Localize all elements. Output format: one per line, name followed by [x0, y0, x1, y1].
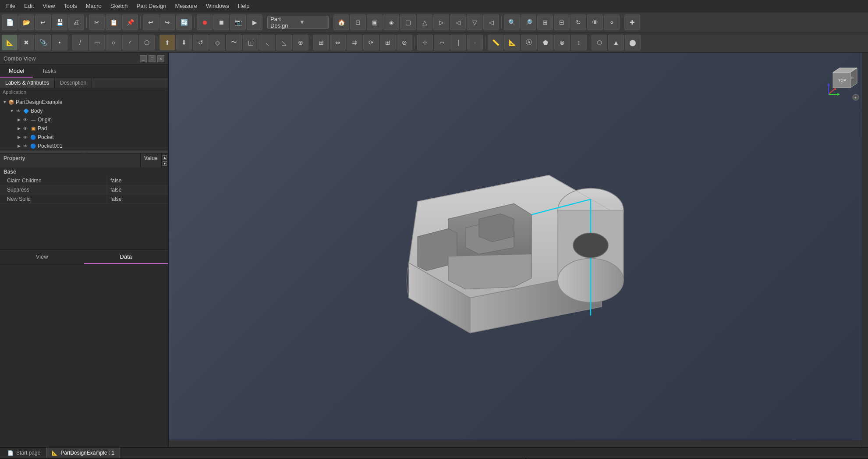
- tab-view[interactable]: View: [0, 250, 84, 264]
- snap-button[interactable]: ✚: [624, 14, 640, 30]
- menu-part-design[interactable]: Part Design: [132, 1, 171, 11]
- undo-button[interactable]: ↩: [143, 14, 159, 30]
- sketch-attach-button[interactable]: 📎: [35, 35, 51, 50]
- pd-section-button[interactable]: ⊘: [397, 35, 412, 50]
- sketch-close-button[interactable]: ✖: [18, 35, 34, 50]
- pd-bool2-button[interactable]: ⊗: [554, 35, 570, 50]
- combo-minimize-button[interactable]: _: [140, 55, 147, 62]
- menu-sketch[interactable]: Sketch: [106, 1, 132, 11]
- tree-arrow-origin[interactable]: ▶: [16, 117, 22, 123]
- view-mode-button[interactable]: 👁: [587, 14, 603, 30]
- viewport-scrollbar-right[interactable]: [862, 53, 868, 447]
- cut-button[interactable]: ✂: [89, 14, 105, 30]
- view-front-button[interactable]: ▢: [400, 14, 416, 30]
- rotate-button[interactable]: ↻: [570, 14, 586, 30]
- zoom-select-button[interactable]: ⊟: [554, 14, 570, 30]
- pd-extra3-button[interactable]: ⬤: [625, 35, 641, 50]
- pd-extra1-button[interactable]: ⬠: [592, 35, 607, 50]
- pd-revolve-button[interactable]: ↺: [193, 35, 209, 50]
- macro-camera-button[interactable]: 📷: [230, 14, 246, 30]
- tab-start-page[interactable]: 📄 Start page: [2, 448, 46, 458]
- zoom-in-button[interactable]: 🔍: [504, 14, 520, 30]
- tab-labels-attributes[interactable]: Labels & Attributes: [0, 78, 55, 88]
- menu-tools[interactable]: Tools: [59, 1, 81, 11]
- prop-value-new-solid[interactable]: false: [106, 195, 168, 203]
- pd-text-button[interactable]: Ⓐ: [521, 35, 537, 50]
- tree-visibility-pocket[interactable]: 👁: [22, 134, 29, 141]
- pd-measure2-button[interactable]: 📐: [504, 35, 520, 50]
- view-3d-button[interactable]: ◈: [383, 14, 399, 30]
- view-left-button[interactable]: ◁: [483, 14, 499, 30]
- pd-mirror-button[interactable]: ⇔: [330, 35, 346, 50]
- pd-loft-button[interactable]: ◇: [209, 35, 225, 50]
- tree-visibility-body[interactable]: 👁: [15, 107, 22, 114]
- view-home-button[interactable]: 🏠: [333, 14, 349, 30]
- copy-button[interactable]: 📋: [106, 14, 121, 30]
- pd-pad-button[interactable]: ⬆: [159, 35, 175, 50]
- menu-measure[interactable]: Measure: [170, 1, 202, 11]
- sketch-new-button[interactable]: 📐: [2, 35, 18, 50]
- view-right-button[interactable]: ▷: [433, 14, 449, 30]
- tree-arrow-root[interactable]: ▼: [2, 99, 8, 105]
- revert-button[interactable]: ↩: [35, 14, 51, 30]
- tree-item-origin[interactable]: ▶ 👁 — Origin: [0, 115, 168, 124]
- refresh-button[interactable]: 🔄: [176, 14, 192, 30]
- perspective-button[interactable]: ⋄: [604, 14, 620, 30]
- print-button[interactable]: 🖨: [68, 14, 84, 30]
- macro-stop-button[interactable]: ⏹: [213, 14, 229, 30]
- pd-plane-button[interactable]: ▱: [434, 35, 450, 50]
- pd-bool-button[interactable]: ⊕: [293, 35, 308, 50]
- tree-arrow-body[interactable]: ▼: [9, 108, 15, 114]
- sketch-poly-button[interactable]: ⬡: [139, 35, 155, 50]
- pd-measure-button[interactable]: 📏: [488, 35, 503, 50]
- pd-sweep-button[interactable]: 〜: [226, 35, 242, 50]
- workbench-dropdown[interactable]: Part Design ▼: [267, 16, 329, 29]
- viewport-3d[interactable]: TOP R +: [169, 53, 868, 447]
- paste-button[interactable]: 📌: [122, 14, 138, 30]
- properties-scroll[interactable]: Base Claim Children false Suppress false…: [0, 167, 168, 249]
- menu-file[interactable]: File: [2, 1, 20, 11]
- view-bottom-button[interactable]: ▽: [467, 14, 482, 30]
- tree-item-root[interactable]: ▼ 📦 PartDesignExample: [0, 98, 168, 107]
- zoom-out-button[interactable]: 🔎: [521, 14, 536, 30]
- new-button[interactable]: 📄: [2, 14, 18, 30]
- pd-chamfer-button[interactable]: ◫: [243, 35, 259, 50]
- menu-macro[interactable]: Macro: [81, 1, 106, 11]
- pd-line-button[interactable]: |: [450, 35, 466, 50]
- combo-close-button[interactable]: ×: [157, 55, 164, 62]
- tree-item-pad[interactable]: ▶ 👁 ▣ Pad: [0, 124, 168, 133]
- navigation-cube[interactable]: TOP R +: [824, 61, 859, 96]
- tree-visibility-pocket001[interactable]: 👁: [22, 142, 29, 149]
- tree-arrow-pocket001[interactable]: ▶: [16, 143, 22, 149]
- sketch-line-button[interactable]: /: [72, 35, 88, 50]
- tree-visibility-origin[interactable]: 👁: [22, 116, 29, 123]
- menu-help[interactable]: Help: [234, 1, 254, 11]
- macro-record-button[interactable]: ⏺: [197, 14, 213, 30]
- tree-arrow-pocket[interactable]: ▶: [16, 134, 22, 140]
- pd-clone-button[interactable]: ⊞: [313, 35, 329, 50]
- pd-fillet-button[interactable]: ◟: [259, 35, 275, 50]
- tree-arrow-pad[interactable]: ▶: [16, 125, 22, 132]
- pd-datum-button[interactable]: ⊹: [417, 35, 433, 50]
- view-back-button[interactable]: ◁: [450, 14, 466, 30]
- tab-description[interactable]: Description: [55, 78, 92, 88]
- pd-pattern-button[interactable]: ⊞: [380, 35, 396, 50]
- open-button[interactable]: 📂: [18, 14, 34, 30]
- menu-view[interactable]: View: [38, 1, 59, 11]
- pd-extra2-button[interactable]: ▲: [608, 35, 624, 50]
- redo-button[interactable]: ↪: [159, 14, 175, 30]
- sketch-rect-button[interactable]: ▭: [89, 35, 105, 50]
- tree-visibility-pad[interactable]: 👁: [22, 125, 29, 132]
- pd-linear-button[interactable]: ⇉: [347, 35, 362, 50]
- pd-polar-button[interactable]: ⟳: [363, 35, 379, 50]
- menu-edit[interactable]: Edit: [20, 1, 38, 11]
- pd-move-button[interactable]: ↕: [571, 35, 587, 50]
- pd-draft-button[interactable]: ◺: [276, 35, 292, 50]
- prop-scroll-up[interactable]: ▲: [163, 155, 167, 160]
- view-fit-button[interactable]: ⊡: [350, 14, 366, 30]
- sketch-circle-button[interactable]: ○: [106, 35, 121, 50]
- macro-play-button[interactable]: ▶: [247, 14, 262, 30]
- tree-item-pocket[interactable]: ▶ 👁 🔵 Pocket: [0, 133, 168, 142]
- tree-item-body[interactable]: ▼ 👁 🔷 Body: [0, 107, 168, 115]
- tab-model[interactable]: Model: [0, 65, 33, 78]
